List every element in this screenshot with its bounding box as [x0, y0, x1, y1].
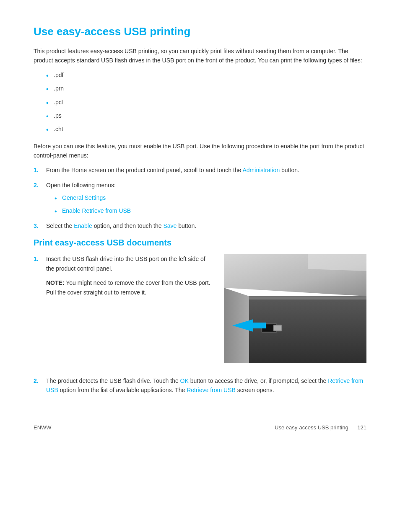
footer-right: Use easy-access USB printing 121	[275, 424, 366, 431]
file-type-ps: .ps	[46, 111, 366, 120]
step2-text: Open the following menus:	[46, 182, 116, 189]
note-text: You might need to remove the cover from …	[46, 279, 210, 295]
enable-link[interactable]: Enable	[74, 222, 92, 229]
page-footer: ENWW Use easy-access USB printing 121	[34, 420, 366, 431]
step2-before: The product detects the USB flash drive.…	[46, 377, 180, 384]
step1-text-after: button.	[280, 167, 299, 173]
administration-link[interactable]: Administration	[242, 167, 280, 173]
sub-menu-enable-retrieve: Enable Retrieve from USB	[55, 206, 366, 215]
step2-middle1: button to access the drive, or, if promp…	[189, 377, 328, 384]
enable-steps-list: From the Home screen on the product cont…	[34, 165, 366, 231]
footer-left: ENWW	[34, 424, 52, 431]
step3-text-before: Select the	[46, 222, 74, 229]
enable-step-3: Select the Enable option, and then touch…	[34, 221, 366, 230]
svg-rect-8	[274, 325, 281, 331]
svg-rect-4	[249, 296, 366, 300]
sub-menu-general-settings: General Settings	[55, 193, 366, 202]
intro-paragraph: This product features easy-access USB pr…	[34, 46, 366, 65]
footer-page-num: 121	[357, 424, 366, 431]
step1-two-col: Insert the USB flash drive into the USB …	[46, 254, 366, 366]
step2-after: screen opens.	[236, 387, 274, 393]
page-title: Use easy-access USB printing	[34, 25, 366, 38]
file-type-list: .pdf .prn .pcl .ps .cht	[46, 70, 366, 134]
enable-step-2: Open the following menus: General Settin…	[34, 181, 366, 215]
step2-middle2: option from the list of available applic…	[58, 387, 187, 393]
footer-section-label: Use easy-access USB printing	[275, 424, 348, 431]
step1-main-text: Insert the USB flash drive into the USB …	[46, 254, 211, 273]
step2-text: The product detects the USB flash drive.…	[46, 376, 366, 395]
print-steps-list: Insert the USB flash drive into the USB …	[34, 254, 366, 395]
file-type-cht: .cht	[46, 124, 366, 134]
step1-text-col: Insert the USB flash drive into the USB …	[46, 254, 211, 299]
print-step-1: Insert the USB flash drive into the USB …	[34, 254, 366, 366]
step1-text-before: From the Home screen on the product cont…	[46, 167, 242, 173]
file-type-prn: .prn	[46, 84, 366, 93]
file-type-pdf: .pdf	[46, 70, 366, 80]
general-settings-link[interactable]: General Settings	[62, 194, 106, 201]
save-link[interactable]: Save	[163, 222, 177, 229]
print-step-2: The product detects the USB flash drive.…	[34, 376, 366, 395]
enable-step-1: From the Home screen on the product cont…	[34, 165, 366, 175]
file-type-pcl: .pcl	[46, 98, 366, 107]
svg-marker-3	[308, 254, 366, 271]
note-label: NOTE:	[46, 279, 65, 286]
enable-retrieve-link[interactable]: Enable Retrieve from USB	[62, 207, 131, 214]
section2-title: Print easy-access USB documents	[34, 238, 366, 248]
printer-usb-illustration	[224, 254, 366, 363]
sub-menu-list: General Settings Enable Retrieve from US…	[55, 193, 366, 215]
printer-image-col	[224, 254, 366, 366]
enable-intro: Before you can use this feature, you mus…	[34, 142, 366, 160]
step1-note: NOTE: You might need to remove the cover…	[46, 278, 211, 297]
step3-text-middle: option, and then touch the	[92, 222, 164, 229]
step3-text-after: button.	[177, 222, 196, 229]
ok-link[interactable]: OK	[180, 377, 189, 384]
retrieve-usb-link-2[interactable]: Retrieve from USB	[187, 387, 236, 393]
